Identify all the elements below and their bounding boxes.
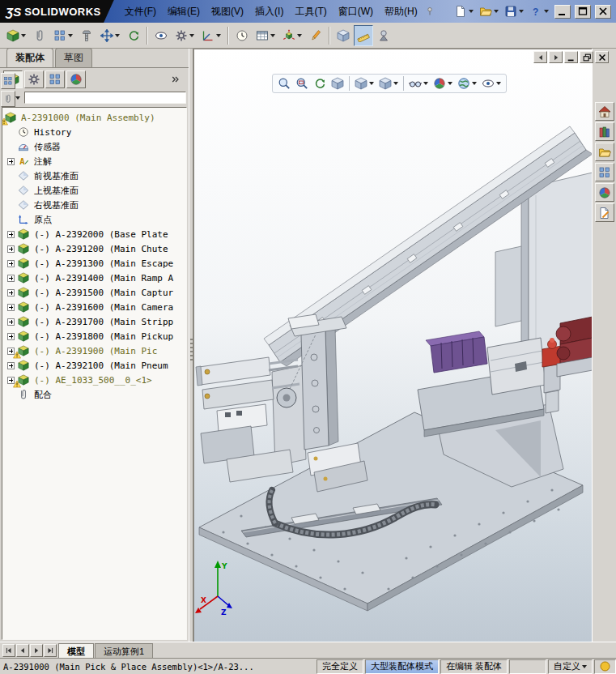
exploded-view-button[interactable]: [279, 25, 305, 46]
assembly-features-button[interactable]: [172, 25, 198, 46]
maximize-button[interactable]: [575, 5, 591, 19]
menu-view[interactable]: 视图(V): [206, 2, 249, 21]
previous-view-button[interactable]: [312, 75, 328, 92]
expand-toggle[interactable]: [7, 304, 15, 311]
display-style-button[interactable]: [377, 75, 400, 92]
propertymanager-tab[interactable]: [24, 70, 44, 88]
solidworks-resources-button[interactable]: [595, 102, 614, 121]
menu-edit[interactable]: 编辑(E): [162, 2, 206, 21]
tree-item-component[interactable]: (-) A-2391400 (Main Ramp A: [5, 271, 186, 285]
tree-item-component[interactable]: (-) A-2391700 (Main Stripp: [5, 314, 186, 329]
zoom-fit-button[interactable]: [276, 75, 292, 92]
expand-toggle[interactable]: [7, 362, 15, 369]
document-restore-button[interactable]: [580, 51, 593, 63]
tree-item-component[interactable]: (-) A-2391800 (Main Pickup: [5, 329, 186, 343]
apply-scene-button[interactable]: [456, 75, 478, 92]
expand-toggle[interactable]: [7, 289, 15, 296]
side-toolbar-button-1[interactable]: [1, 73, 15, 89]
expand-toggle[interactable]: [7, 158, 15, 165]
new-motion-study-button[interactable]: [232, 25, 252, 46]
section-view-button[interactable]: [329, 75, 346, 92]
displaymanager-tab[interactable]: [66, 70, 86, 88]
expand-toggle[interactable]: [7, 275, 15, 282]
rotate-component-button[interactable]: [124, 25, 143, 46]
tree-item-front-plane[interactable]: 前视基准面: [5, 168, 186, 183]
tree-item-right-plane[interactable]: 右视基准面: [5, 198, 186, 212]
zoom-area-button[interactable]: [294, 75, 310, 92]
file-explorer-button[interactable]: [595, 143, 614, 161]
tree-item-component[interactable]: (-) A-2392000 (Base Plate: [5, 227, 186, 241]
status-custom-dropdown[interactable]: 自定义: [548, 659, 593, 674]
tree-item-component[interactable]: (-) A-2391500 (Main Captur: [5, 285, 186, 300]
expand-toggle[interactable]: [7, 231, 15, 238]
tree-item-component[interactable]: (-) A-2391200 (Main Chute: [5, 241, 186, 256]
appearances-button[interactable]: [595, 183, 614, 202]
expand-flyout-button[interactable]: [166, 70, 185, 88]
explode-line-sketch-button[interactable]: [306, 25, 325, 46]
tree-item-top-plane[interactable]: 上视基准面: [5, 183, 186, 198]
graphics-area[interactable]: Y X Z: [193, 49, 592, 642]
bill-of-materials-button[interactable]: [253, 25, 278, 46]
last-tab-button[interactable]: [44, 644, 57, 657]
expand-toggle[interactable]: [7, 318, 15, 326]
document-close-button[interactable]: [595, 51, 609, 63]
help-button[interactable]: [528, 3, 550, 19]
next-tab-button[interactable]: [30, 644, 43, 657]
tree-item-annotations[interactable]: 注解: [5, 154, 186, 168]
view-orientation-button[interactable]: [353, 75, 376, 92]
save-button[interactable]: [503, 3, 525, 19]
insert-components-button[interactable]: [3, 25, 29, 46]
status-large-assembly-mode[interactable]: 大型装配体模式: [365, 659, 439, 674]
pin-menu-button[interactable]: [423, 2, 436, 21]
3d-model-view[interactable]: Y X Z: [194, 49, 592, 642]
mass-properties-button[interactable]: [374, 25, 393, 46]
previous-tab-button[interactable]: [16, 644, 29, 657]
measure-button[interactable]: [354, 25, 373, 46]
expand-toggle[interactable]: [7, 333, 15, 340]
tree-item-origin[interactable]: 原点: [5, 212, 186, 227]
smart-fasteners-button[interactable]: [77, 25, 96, 46]
view-settings-button[interactable]: [480, 75, 503, 92]
menu-window[interactable]: 窗口(W): [333, 2, 379, 21]
tree-root-item[interactable]: A-2391000 (Main Assembly): [5, 110, 186, 125]
configurationmanager-tab[interactable]: [45, 70, 65, 88]
hide-show-items-button[interactable]: [407, 75, 430, 92]
tree-item-component-warning[interactable]: (-) A-2391900 (Main Pic: [5, 343, 186, 358]
splitter-grip[interactable]: [190, 339, 193, 361]
tree-item-component[interactable]: (-) A-2391300 (Main Escape: [5, 256, 186, 271]
menu-tools[interactable]: 工具(T): [289, 2, 332, 21]
custom-properties-button[interactable]: [595, 203, 614, 222]
menu-help[interactable]: 帮助(H): [379, 2, 423, 21]
tree-item-sensors[interactable]: 传感器: [5, 139, 186, 154]
tree-item-mates[interactable]: 配合: [5, 387, 186, 402]
tree-item-component-warning[interactable]: (-) AE_1033_500__0_<1>: [5, 373, 186, 387]
mate-button[interactable]: [30, 25, 49, 46]
tab-sketch[interactable]: 草图: [55, 48, 92, 67]
tree-item-component[interactable]: (-) A-2391600 (Main Camera: [5, 300, 186, 314]
previous-document-button[interactable]: [533, 51, 547, 63]
side-toolbar-button-2[interactable]: [1, 91, 15, 107]
expand-toggle[interactable]: [7, 260, 15, 267]
expand-toggle[interactable]: [7, 245, 15, 253]
pick-place-station[interactable]: [196, 357, 367, 492]
interference-detection-button[interactable]: [333, 25, 353, 46]
quick-tips-button[interactable]: [594, 659, 616, 674]
minimize-button[interactable]: [554, 5, 571, 19]
design-library-button[interactable]: [595, 122, 614, 141]
next-document-button[interactable]: [549, 51, 563, 63]
show-hidden-components-button[interactable]: [151, 25, 171, 46]
close-button[interactable]: [595, 5, 611, 19]
new-document-button[interactable]: [452, 3, 475, 19]
move-component-button[interactable]: [97, 25, 123, 46]
tab-model[interactable]: 模型: [58, 643, 94, 658]
tab-motion-study-1[interactable]: 运动算例1: [95, 643, 153, 658]
open-document-button[interactable]: [478, 3, 500, 19]
menu-file[interactable]: 文件(F): [119, 2, 162, 21]
tree-item-history[interactable]: History: [5, 125, 186, 139]
document-minimize-button[interactable]: [564, 51, 578, 63]
menu-insert[interactable]: 插入(I): [249, 2, 289, 21]
filter-input[interactable]: [24, 92, 186, 104]
first-tab-button[interactable]: [2, 644, 15, 657]
linear-component-pattern-button[interactable]: [50, 25, 76, 46]
edit-appearance-button[interactable]: [431, 75, 454, 92]
